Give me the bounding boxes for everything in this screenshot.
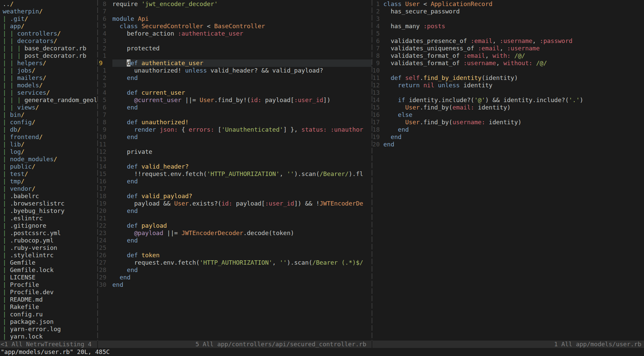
tree-item[interactable]: | test/ — [0, 170, 97, 178]
tree-item[interactable]: weatherpin/ — [0, 8, 97, 15]
code-line[interactable]: 7 validates_uniqueness_of :email, :usern… — [372, 45, 644, 52]
code-line[interactable]: 15 !!request.env.fetch('HTTP_AUTHORIZATI… — [98, 170, 372, 178]
command-line[interactable]: "app/models/user.rb" 20L, 485C — [0, 348, 644, 356]
code-line[interactable]: 13 — [372, 89, 644, 96]
tree-item[interactable]: | | mailers/ — [0, 74, 97, 82]
code-line[interactable]: 25 — [98, 244, 372, 252]
code-line[interactable]: 9 def authenticate_user — [98, 59, 372, 67]
code-line[interactable]: 9 render json: { errors: ['Unauthenticat… — [98, 126, 372, 133]
code-line[interactable]: 1 — [98, 52, 372, 59]
code-line[interactable]: 5 class SecuredController < BaseControll… — [98, 23, 372, 30]
code-line[interactable]: 27 request.env.fetch('HTTP_AUTHORIZATION… — [98, 259, 372, 266]
tree-item[interactable]: | Gemfile — [0, 259, 97, 266]
code-line[interactable]: 18 def valid_payload? — [98, 192, 372, 200]
tree-item[interactable]: | tmp/ — [0, 178, 97, 185]
tree-item[interactable]: | config/ — [0, 119, 97, 126]
code-line[interactable]: 8 def unauthorized! — [98, 119, 372, 126]
tree-item[interactable]: | .byebug_history — [0, 207, 97, 215]
tree-item[interactable]: | | jobs/ — [0, 67, 97, 74]
tree-item[interactable]: | db/ — [0, 126, 97, 133]
code-line[interactable]: 8require 'jwt_encoder_decoder' — [98, 0, 372, 8]
tree-item[interactable]: | yarn-error.log — [0, 325, 97, 333]
code-line[interactable]: 16 else — [372, 111, 644, 119]
code-line[interactable]: 1class User < ApplicationRecord — [372, 0, 644, 8]
tree-item[interactable]: | config.ru — [0, 311, 97, 318]
tree-item[interactable]: | vendor/ — [0, 185, 97, 192]
tree-item[interactable]: | .ruby-version — [0, 244, 97, 252]
code-line[interactable]: 22 def payload — [98, 222, 372, 229]
code-line[interactable]: 4 def current_user — [98, 89, 372, 96]
tree-item[interactable]: | Gemfile.lock — [0, 266, 97, 274]
code-line[interactable]: 7 — [98, 8, 372, 15]
code-line[interactable]: 6 end — [98, 104, 372, 111]
tree-item[interactable]: | | | post_decorator.rb — [0, 52, 97, 59]
code-line[interactable]: 20 end — [98, 207, 372, 215]
tree-item[interactable]: | frontend/ — [0, 133, 97, 141]
code-line[interactable]: 19 payload && User.exists?(id: payload[:… — [98, 200, 372, 207]
code-line[interactable]: 2 end — [98, 74, 372, 82]
tree-item[interactable]: | | decorators/ — [0, 37, 97, 45]
tree-item[interactable]: | | models/ — [0, 82, 97, 89]
code-line[interactable]: 12 return nil unless identity — [372, 82, 644, 89]
code-line[interactable]: 24 end — [98, 237, 372, 244]
tree-item[interactable]: | | views/ — [0, 104, 97, 111]
code-line[interactable]: 26 def token — [98, 252, 372, 259]
tree-item[interactable]: | | services/ — [0, 89, 97, 96]
code-line[interactable]: 10 end — [98, 133, 372, 141]
code-line[interactable]: 13 — [98, 155, 372, 163]
code-line[interactable]: 6 validates_presence_of :email, :usernam… — [372, 37, 644, 45]
tree-item[interactable]: | | helpers/ — [0, 59, 97, 67]
tree-item[interactable]: | README.md — [0, 296, 97, 303]
code-line[interactable]: 30end — [98, 281, 372, 288]
tree-item[interactable]: | | | generate_random_geol — [0, 96, 97, 104]
code-line[interactable]: 15 User.find_by(email: identity) — [372, 104, 644, 111]
code-line[interactable]: 5 @current_user ||= User.find_by!(id: pa… — [98, 96, 372, 104]
code-line[interactable]: 18 end — [372, 126, 644, 133]
tree-item[interactable]: | Rakefile — [0, 303, 97, 311]
code-line[interactable]: 12 private — [98, 148, 372, 155]
code-line[interactable]: 4 before_action :authenticate_user — [98, 30, 372, 37]
tree-item[interactable]: | | controllers/ — [0, 30, 97, 37]
code-line[interactable]: 23 @payload ||= JWTEncoderDecoder.decode… — [98, 229, 372, 237]
tree-item[interactable]: | .browserslistrc — [0, 200, 97, 207]
tree-item[interactable]: | .rubocop.yml — [0, 237, 97, 244]
tree-item[interactable]: | app/ — [0, 23, 97, 30]
code-line[interactable]: 3 — [372, 15, 644, 23]
code-line[interactable]: 11 def self.find_by_identity(identity) — [372, 74, 644, 82]
code-line[interactable]: 2 protected — [98, 45, 372, 52]
code-line[interactable]: 19 end — [372, 133, 644, 141]
tree-item[interactable]: | Procfile — [0, 281, 97, 288]
tree-item[interactable]: | public/ — [0, 163, 97, 170]
code-line[interactable]: 29 end — [98, 274, 372, 281]
tree-item[interactable]: | bin/ — [0, 111, 97, 119]
code-line[interactable]: 10 — [372, 67, 644, 74]
code-line[interactable]: 17 — [98, 185, 372, 192]
code-line[interactable]: 17 User.find_by(username: identity) — [372, 119, 644, 126]
tree-item[interactable]: | Procfile.dev — [0, 288, 97, 296]
tree-item[interactable]: | lib/ — [0, 141, 97, 148]
tree-item[interactable]: | LICENSE — [0, 274, 97, 281]
code-line[interactable]: 4 has_many :posts — [372, 23, 644, 30]
tree-item[interactable]: | yarn.lock — [0, 333, 97, 340]
tree-item[interactable]: | .babelrc — [0, 192, 97, 200]
code-line[interactable]: 9 validates_format_of :username, without… — [372, 59, 644, 67]
code-line[interactable]: 20end — [372, 141, 644, 148]
code-line[interactable]: 2 has_secure_password — [372, 8, 644, 15]
code-line[interactable]: 6module Api — [98, 15, 372, 23]
tree-item[interactable]: | .git/ — [0, 15, 97, 23]
code-line[interactable]: 1 unauthorized! unless valid_header? && … — [98, 67, 372, 74]
tree-item[interactable]: | node_modules/ — [0, 155, 97, 163]
tree-item[interactable]: | | | base_decorator.rb — [0, 45, 97, 52]
code-line[interactable]: 14 if identity.include?('@') && identity… — [372, 96, 644, 104]
tree-item[interactable]: | .gitignore — [0, 222, 97, 229]
code-line[interactable]: 11 — [98, 141, 372, 148]
code-line[interactable]: 3 — [98, 37, 372, 45]
code-line[interactable]: 21 — [98, 215, 372, 222]
code-line[interactable]: 28 end — [98, 266, 372, 274]
code-line[interactable]: 14 def valid_header? — [98, 163, 372, 170]
tree-item[interactable]: | .eslintrc — [0, 215, 97, 222]
tree-item[interactable]: | log/ — [0, 148, 97, 155]
code-line[interactable]: 7 — [98, 111, 372, 119]
code-line[interactable]: 16 end — [98, 178, 372, 185]
tree-item[interactable]: | .postcssrc.yml — [0, 229, 97, 237]
